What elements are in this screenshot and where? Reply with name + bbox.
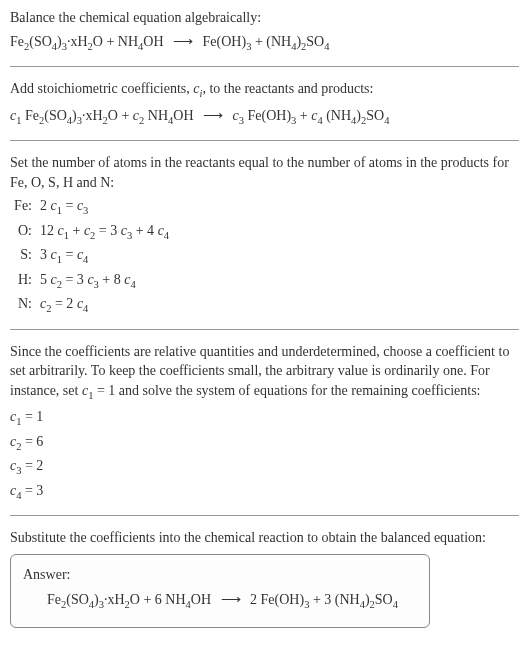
step3-section: Since the coefficients are relative quan… [10,342,519,504]
answer-box: Answer: Fe2(SO4)3·xH2O + 6 NH4OH ⟶ 2 Fe(… [10,554,430,628]
reactant-text: Fe2(SO4)3·xH2O + NH4OH [10,34,164,49]
divider [10,515,519,516]
coefficient-equation: c1 Fe2(SO4)3·xH2O + c2 NH4OH ⟶ c3 Fe(OH)… [10,106,519,128]
step2-section: Set the number of atoms in the reactants… [10,153,519,317]
intro-section: Balance the chemical equation algebraica… [10,8,519,54]
divider [10,140,519,141]
arrow-icon: ⟶ [203,106,223,126]
arrow-icon: ⟶ [221,590,241,610]
atom-equation: 5 c2 = 3 c3 + 8 c4 [40,270,519,292]
balanced-equation: Fe2(SO4)3·xH2O + 6 NH4OH ⟶ 2 Fe(OH)3 + 3… [23,590,417,612]
list-item: c1 = 1 [10,407,519,429]
arrow-icon: ⟶ [173,32,193,52]
atom-balance-table: Fe: 2 c1 = c3 O: 12 c1 + c2 = 3 c3 + 4 c… [10,196,519,316]
table-row: N: c2 = 2 c4 [10,294,519,316]
unbalanced-equation: Fe2(SO4)3·xH2O + NH4OH ⟶ Fe(OH)3 + (NH4)… [10,32,519,54]
atom-label: Fe: [10,196,40,218]
table-row: O: 12 c1 + c2 = 3 c3 + 4 c4 [10,221,519,243]
divider [10,66,519,67]
table-row: H: 5 c2 = 3 c3 + 8 c4 [10,270,519,292]
answer-reactants: Fe2(SO4)3·xH2O + 6 NH4OH [47,592,211,607]
atom-equation: 3 c1 = c4 [40,245,519,267]
answer-products: 2 Fe(OH)3 + 3 (NH4)2SO4 [250,592,398,607]
atom-label: S: [10,245,40,267]
divider [10,329,519,330]
atom-label: H: [10,270,40,292]
product-text: Fe(OH)3 + (NH4)2SO4 [203,34,330,49]
table-row: Fe: 2 c1 = c3 [10,196,519,218]
step1-text: Add stoichiometric coefficients, ci, to … [10,79,519,101]
atom-equation: 2 c1 = c3 [40,196,519,218]
coefficient-list: c1 = 1 c2 = 6 c3 = 2 c4 = 3 [10,407,519,503]
step4-section: Substitute the coefficients into the che… [10,528,519,628]
atom-equation: c2 = 2 c4 [40,294,519,316]
list-item: c3 = 2 [10,456,519,478]
intro-text: Balance the chemical equation algebraica… [10,8,519,28]
list-item: c4 = 3 [10,481,519,503]
atom-equation: 12 c1 + c2 = 3 c3 + 4 c4 [40,221,519,243]
answer-label: Answer: [23,565,417,585]
atom-label: N: [10,294,40,316]
atom-label: O: [10,221,40,243]
step1-section: Add stoichiometric coefficients, ci, to … [10,79,519,128]
step2-text: Set the number of atoms in the reactants… [10,153,519,192]
list-item: c2 = 6 [10,432,519,454]
step4-text: Substitute the coefficients into the che… [10,528,519,548]
table-row: S: 3 c1 = c4 [10,245,519,267]
step3-text: Since the coefficients are relative quan… [10,342,519,404]
